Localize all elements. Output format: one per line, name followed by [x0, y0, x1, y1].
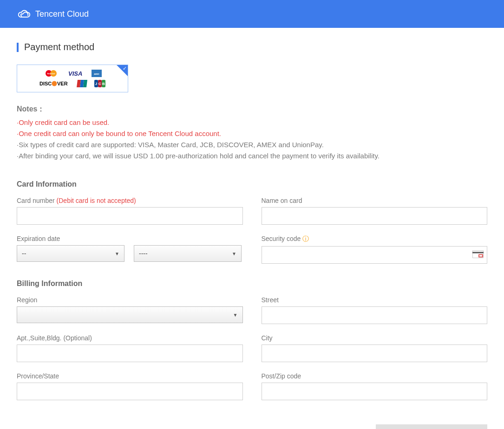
security-code-label-text: Security code [262, 235, 301, 242]
security-code-label: Security codeⓘ [262, 235, 488, 243]
security-code-input[interactable] [262, 246, 488, 264]
region-select[interactable]: ▼ [17, 306, 243, 323]
mastercard-icon: MasterCard [43, 70, 61, 77]
name-on-card-label: Name on card [262, 197, 488, 204]
city-input[interactable] [262, 344, 488, 362]
zip-label: Post/Zip code [262, 372, 488, 380]
svg-text:MasterCard: MasterCard [47, 73, 55, 75]
note-line: ·One credit card can only be bound to on… [17, 128, 487, 139]
svg-text:DISC: DISC [39, 81, 52, 86]
payment-method-card-option[interactable]: ✓ MasterCard VISA AMEX DISCVER JCB [17, 65, 128, 92]
visa-icon: VISA [67, 70, 85, 77]
help-icon[interactable]: ⓘ [302, 235, 309, 242]
svg-text:VISA: VISA [68, 70, 82, 77]
svg-text:AMEX: AMEX [94, 73, 99, 75]
expiration-month-select[interactable]: --▼ [17, 245, 124, 262]
chevron-down-icon: ▼ [115, 251, 119, 256]
expiration-label: Expiration date [17, 235, 243, 242]
amex-icon: AMEX [92, 70, 102, 77]
street-input[interactable] [262, 306, 488, 324]
city-label: City [262, 334, 488, 342]
title-accent-bar [17, 43, 19, 52]
brand-name: Tencent Cloud [35, 9, 89, 19]
street-label: Street [262, 296, 488, 304]
card-number-input[interactable] [17, 207, 243, 225]
svg-text:VER: VER [57, 81, 68, 86]
card-number-warning: (Debit card is not accepted) [57, 197, 136, 204]
province-label: Province/State [17, 372, 243, 380]
check-icon: ✓ [123, 65, 127, 72]
discover-icon: DISCVER [39, 80, 70, 87]
notes-block: Notes： ·Only credit card can be used. ·O… [17, 104, 487, 162]
page-title-block: Payment method [17, 42, 487, 52]
expiration-year-value: ---- [139, 250, 148, 257]
expiration-month-value: -- [22, 250, 26, 257]
zip-input[interactable] [262, 383, 488, 400]
cvv-card-icon [472, 251, 484, 260]
svg-text:B: B [102, 82, 105, 86]
notes-heading: Notes： [17, 104, 487, 114]
app-header: Tencent Cloud [0, 0, 504, 28]
cloud-icon [17, 8, 31, 20]
chevron-down-icon: ▼ [232, 251, 236, 256]
svg-rect-16 [472, 252, 484, 254]
note-line: ·After binding your card, we will issue … [17, 150, 487, 162]
jcb-icon: JCB [94, 80, 105, 87]
svg-point-7 [52, 81, 57, 86]
region-label: Region [17, 296, 243, 304]
svg-text:C: C [98, 82, 101, 86]
brand-logo: Tencent Cloud [17, 8, 89, 20]
card-info-heading: Card Information [17, 180, 487, 188]
apt-label: Apt.,Suite,Bldg. (Optional) [17, 334, 243, 342]
unionpay-icon [77, 80, 88, 87]
name-on-card-input[interactable] [262, 207, 488, 225]
card-number-label: Card number (Debit card is not accepted) [17, 197, 243, 204]
page-title: Payment method [24, 42, 94, 52]
billing-info-heading: Billing Information [17, 280, 487, 288]
province-input[interactable] [17, 383, 243, 400]
expiration-year-select[interactable]: ----▼ [134, 245, 242, 262]
apt-input[interactable] [17, 344, 243, 362]
bind-credit-card-button[interactable]: Bind Credit Card [376, 424, 487, 429]
card-number-label-text: Card number [17, 197, 57, 204]
note-line: ·Six types of credit card are supported:… [17, 139, 487, 150]
note-line: ·Only credit card can be used. [17, 117, 487, 128]
svg-text:J: J [95, 82, 97, 86]
chevron-down-icon: ▼ [233, 312, 238, 318]
